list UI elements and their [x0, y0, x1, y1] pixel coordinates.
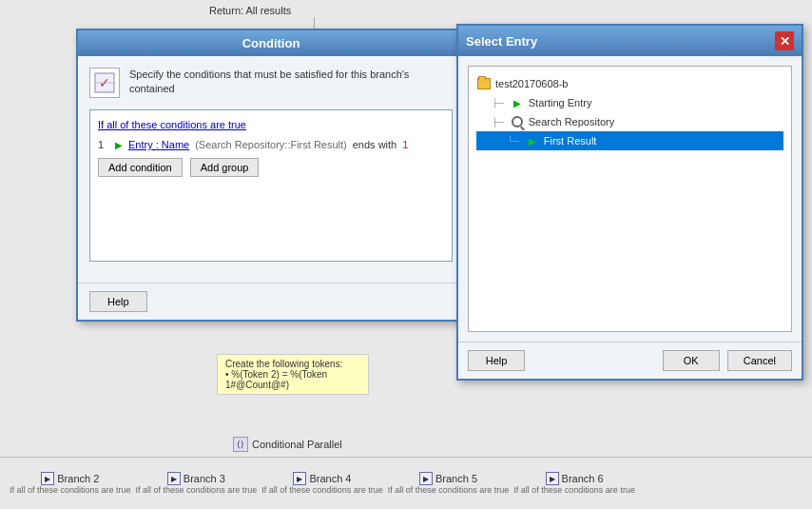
branch-icon: ▶ — [167, 472, 181, 485]
condition-content: If all of these conditions are true 1 ▶ … — [89, 109, 453, 262]
tree-label-search: Search Repository — [529, 116, 615, 127]
condition-play-icon: ▶ — [115, 140, 123, 150]
condition-value: 1 — [402, 139, 408, 150]
bottom-branches: ▶ Branch 2 If all of these conditions ar… — [0, 457, 812, 509]
add-group-button[interactable]: Add group — [190, 158, 260, 177]
tree-item-root[interactable]: test20170608-b — [476, 74, 783, 93]
select-entry-title-label: Select Entry — [466, 34, 537, 49]
branch-5-label: ▶ Branch 5 — [419, 472, 477, 485]
tree-label-root: test20170608-b — [495, 78, 568, 89]
branch-3-label: ▶ Branch 3 — [167, 472, 225, 485]
branch-2-label: ▶ Branch 2 — [41, 472, 99, 485]
branch-item: ▶ Branch 6 If all of these conditions ar… — [513, 472, 635, 495]
branch-item: ▶ Branch 2 If all of these conditions ar… — [10, 472, 131, 495]
branch-5-sub: If all of these conditions are true — [388, 485, 510, 495]
condition-description: Specify the conditions that must be sati… — [129, 68, 453, 97]
folder-icon — [476, 76, 492, 91]
select-close-button[interactable]: ✕ — [775, 31, 794, 50]
add-condition-button[interactable]: Add condition — [98, 158, 183, 177]
select-entry-title: Select Entry ✕ — [458, 26, 802, 56]
branch-2-sub: If all of these conditions are true — [10, 485, 131, 495]
token-box: Create the following tokens: • %(Token 2… — [217, 354, 369, 395]
select-tree: test20170608-b ├─ ▶ Starting Entry ├─ Se… — [468, 66, 792, 332]
branch-icon: ▶ — [293, 472, 306, 485]
tree-label-starting: Starting Entry — [529, 97, 592, 108]
tree-item-first-result[interactable]: └─ ▶ First Result — [476, 131, 783, 150]
conditional-parallel: ⟨⟩ Conditional Parallel — [233, 437, 342, 452]
condition-row-num: 1 — [98, 139, 109, 150]
tree-connector-first: └─ — [507, 136, 519, 146]
condition-icon: ✓ — [89, 68, 120, 98]
select-footer: Help OK Cancel — [458, 342, 802, 379]
play-icon-starting: ▶ — [510, 95, 525, 110]
branch-4-label: ▶ Branch 4 — [293, 472, 351, 485]
branch-item: ▶ Branch 3 If all of these conditions ar… — [136, 472, 258, 495]
tree-item-starting[interactable]: ├─ ▶ Starting Entry — [476, 93, 783, 112]
play-icon-first: ▶ — [525, 133, 540, 148]
condition-buttons: Add condition Add group — [98, 158, 444, 177]
tree-label-first: First Result — [544, 135, 597, 147]
condition-dialog-title: Condition — [78, 30, 464, 56]
branch-item: ▶ Branch 5 If all of these conditions ar… — [388, 472, 510, 495]
select-body: test20170608-b ├─ ▶ Starting Entry ├─ Se… — [458, 56, 802, 342]
tree-connector-starting: ├─ — [492, 98, 504, 108]
branch-item: ▶ Branch 4 If all of these conditions ar… — [261, 472, 383, 495]
tree-item-search[interactable]: ├─ Search Repository — [476, 112, 783, 131]
select-ok-button[interactable]: OK — [663, 350, 720, 371]
select-help-button[interactable]: Help — [468, 350, 525, 371]
condition-row: 1 ▶ Entry : Name (Search Repository::Fir… — [98, 139, 444, 150]
branch-4-sub: If all of these conditions are true — [261, 485, 383, 495]
select-entry-dialog: Select Entry ✕ test20170608-b ├─ ▶ Start… — [456, 24, 803, 381]
branch-icon: ▶ — [419, 472, 433, 485]
tree-connector-search: ├─ — [492, 117, 504, 127]
branch-icon: ▶ — [546, 472, 559, 485]
condition-help-button[interactable]: Help — [89, 291, 147, 312]
condition-link[interactable]: If all of these conditions are true — [98, 119, 246, 130]
select-cancel-button[interactable]: Cancel — [727, 350, 792, 371]
cp-icon: ⟨⟩ — [233, 437, 248, 452]
condition-header: ✓ Specify the conditions that must be sa… — [89, 68, 453, 98]
condition-search-ref: (Search Repository::First Result) — [195, 139, 347, 150]
select-footer-buttons: OK Cancel — [663, 350, 792, 371]
branch-6-label: ▶ Branch 6 — [546, 472, 604, 485]
search-repo-icon — [510, 114, 525, 129]
condition-ends-with: ends with — [353, 139, 396, 150]
branch-icon: ▶ — [41, 472, 54, 485]
return-label: Return: All results — [209, 5, 291, 16]
condition-footer: Help — [78, 283, 464, 320]
condition-entry-link[interactable]: Entry : Name — [128, 139, 189, 150]
branch-6-sub: If all of these conditions are true — [513, 485, 635, 495]
condition-dialog: Condition ✓ Specify the conditions that … — [76, 29, 466, 322]
branch-3-sub: If all of these conditions are true — [136, 485, 258, 495]
